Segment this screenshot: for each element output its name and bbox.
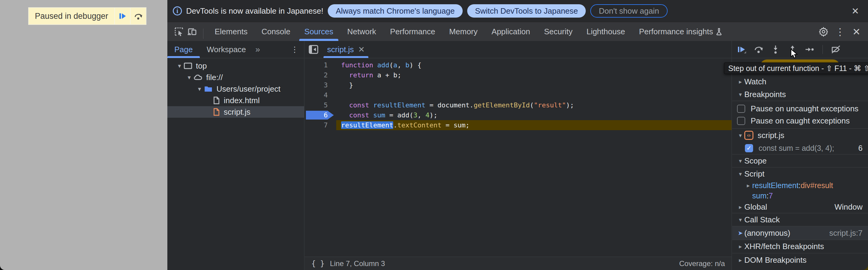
line-gutter[interactable]: 3 xyxy=(305,80,336,90)
call-stack-frame[interactable]: ➤ (anonymous) script.js:7 xyxy=(732,226,868,240)
breakpoint-gutter[interactable]: 6 xyxy=(305,110,336,120)
scope-var-sum[interactable]: sum: 7 xyxy=(732,191,868,201)
xhr-breakpoints-section-header[interactable]: ▸ XHR/fetch Breakpoints xyxy=(732,240,868,253)
tree-item-file-origin[interactable]: ▾ file:// xyxy=(167,71,304,83)
tab-performance-insights[interactable]: Performance insights xyxy=(632,22,730,41)
tree-item-top[interactable]: ▾ top xyxy=(167,60,304,71)
device-toolbar-button[interactable] xyxy=(186,25,199,38)
code-line-1[interactable]: 1function add(a, b) { xyxy=(305,60,732,70)
notification-close-button[interactable]: ✕ xyxy=(849,5,861,17)
tree-item-project-folder[interactable]: ▾ Users/user/project xyxy=(167,83,304,95)
inspect-icon xyxy=(174,26,184,37)
tab-performance[interactable]: Performance xyxy=(383,22,442,41)
more-options-kebab-button[interactable]: ⋮ xyxy=(833,25,847,38)
notification-bar: i DevTools is now available in Japanese!… xyxy=(167,0,868,22)
deactivate-breakpoints-button[interactable] xyxy=(831,44,841,55)
caret-down-icon: ▾ xyxy=(737,132,744,139)
caret-right-icon: ▸ xyxy=(744,182,752,189)
devtools-toolbar: Elements Console Sources Network Perform… xyxy=(167,22,868,41)
pause-caught-checkbox[interactable] xyxy=(737,117,745,125)
switch-to-japanese-button[interactable]: Switch DevTools to Japanese xyxy=(467,4,586,18)
overlay-resume-button[interactable] xyxy=(114,8,130,24)
navigator-tab-page[interactable]: Page xyxy=(167,41,200,58)
breakpoint-file-group[interactable]: ▾ ‹› script.js xyxy=(732,129,868,142)
current-frame-arrow-icon: ➤ xyxy=(737,229,744,237)
watch-section-header[interactable]: ▸ Watch xyxy=(732,75,868,88)
code-line-3[interactable]: 3 } xyxy=(305,80,732,90)
tab-lighthouse[interactable]: Lighthouse xyxy=(579,22,632,41)
editor-tab-bar: script.js ✕ xyxy=(305,41,732,58)
code-line-2[interactable]: 2 return a + b; xyxy=(305,70,732,80)
step-into-button[interactable] xyxy=(770,44,781,55)
overlay-step-over-button[interactable] xyxy=(130,8,146,24)
debugger-toolbar xyxy=(732,41,868,58)
resume-script-button[interactable] xyxy=(737,44,747,55)
tab-elements[interactable]: Elements xyxy=(208,22,254,41)
sources-navigator-pane: Page Workspace » ⋮ ▾ top ▾ xyxy=(167,41,304,270)
navigator-more-tabs-button[interactable]: » xyxy=(253,41,261,58)
code-lines[interactable]: 1function add(a, b) {2 return a + b;3 }4… xyxy=(305,58,732,130)
dont-show-again-button[interactable]: Don't show again xyxy=(590,4,668,18)
breakpoint-checkbox[interactable]: ✓ xyxy=(745,144,753,152)
step-into-icon xyxy=(771,44,780,54)
tab-application[interactable]: Application xyxy=(485,22,537,41)
dom-breakpoints-section-header[interactable]: ▸ DOM Breakpoints xyxy=(732,253,868,267)
file-tree: ▾ top ▾ file:// ▾ xyxy=(167,58,304,118)
debugger-sections: ▸ Watch ▾ Breakpoints Pause on uncaught … xyxy=(732,58,868,267)
settings-gear-button[interactable] xyxy=(817,25,830,38)
cursor-position-label: Line 7, Column 3 xyxy=(330,260,385,268)
tab-console[interactable]: Console xyxy=(254,22,297,41)
navigator-kebab-button[interactable]: ⋮ xyxy=(291,41,299,58)
webpage-viewport: Paused in debugger xyxy=(0,0,167,270)
editor-tab-close-icon[interactable]: ✕ xyxy=(358,45,365,54)
hide-navigator-button[interactable] xyxy=(305,41,322,58)
line-gutter[interactable]: 1 xyxy=(305,60,336,70)
notification-message: DevTools is now available in Japanese! xyxy=(186,6,323,16)
line-gutter[interactable]: 5 xyxy=(305,100,336,110)
scope-section-header[interactable]: ▾ Scope xyxy=(732,154,868,167)
step-over-button[interactable] xyxy=(753,44,764,55)
caret-right-icon: ▸ xyxy=(737,257,744,264)
expand-caret-icon[interactable]: ▾ xyxy=(185,74,193,81)
editor-tab-script-js[interactable]: script.js ✕ xyxy=(322,41,370,58)
line-gutter[interactable]: 4 xyxy=(305,90,336,100)
file-icon xyxy=(213,96,220,104)
inspect-element-button[interactable] xyxy=(172,25,186,38)
tree-item-index-html[interactable]: index.html xyxy=(167,95,304,106)
caret-right-icon: ▸ xyxy=(737,243,744,250)
tab-sources[interactable]: Sources xyxy=(298,22,340,41)
step-icon xyxy=(805,44,814,54)
flask-icon xyxy=(716,28,723,35)
pause-uncaught-checkbox[interactable] xyxy=(737,104,745,113)
code-line-7[interactable]: 7resultElement.textContent = sum; xyxy=(305,120,732,130)
scope-var-result-element[interactable]: ▸ resultElement: div#result xyxy=(732,180,868,191)
pause-uncaught-row[interactable]: Pause on uncaught exceptions xyxy=(732,102,868,115)
line-gutter[interactable]: 7 xyxy=(305,120,336,130)
code-line-5[interactable]: 5 const resultElement = document.getElem… xyxy=(305,100,732,110)
call-stack-section-header[interactable]: ▾ Call Stack xyxy=(732,213,868,226)
code-line-4[interactable]: 4 xyxy=(305,90,732,100)
expand-caret-icon[interactable]: ▾ xyxy=(195,85,204,92)
debugger-sidebar: ▸ Watch ▾ Breakpoints Pause on uncaught … xyxy=(732,41,868,270)
match-chrome-language-button[interactable]: Always match Chrome's language xyxy=(328,4,462,18)
pause-caught-row[interactable]: Pause on caught exceptions xyxy=(732,115,868,127)
tab-memory[interactable]: Memory xyxy=(442,22,485,41)
expand-caret-icon[interactable]: ▾ xyxy=(175,62,184,69)
scope-script-group[interactable]: ▾ Script xyxy=(732,168,868,180)
devtools-close-button[interactable]: ✕ xyxy=(850,25,863,38)
tree-item-script-js[interactable]: script.js xyxy=(167,106,304,118)
step-out-tooltip: Step out of current function - ⇧ F11 - ⌘… xyxy=(724,62,868,74)
breakpoint-badge xyxy=(306,111,334,120)
step-button[interactable] xyxy=(804,44,815,55)
code-line-6[interactable]: 6 const sum = add(3, 4); xyxy=(305,110,732,120)
editor-pane: script.js ✕ 1function add(a, b) {2 retur… xyxy=(305,41,732,270)
mouse-cursor xyxy=(790,49,799,59)
tab-security[interactable]: Security xyxy=(537,22,580,41)
scope-global-group[interactable]: ▸ Global Window xyxy=(732,201,868,213)
line-gutter[interactable]: 2 xyxy=(305,70,336,80)
breakpoint-entry[interactable]: ✓ const sum = add(3, 4); 6 xyxy=(732,142,868,154)
pretty-print-button[interactable]: { } xyxy=(311,260,324,268)
breakpoints-section-header[interactable]: ▾ Breakpoints xyxy=(732,88,868,101)
navigator-tab-workspace[interactable]: Workspace xyxy=(200,41,253,58)
tab-network[interactable]: Network xyxy=(340,22,383,41)
